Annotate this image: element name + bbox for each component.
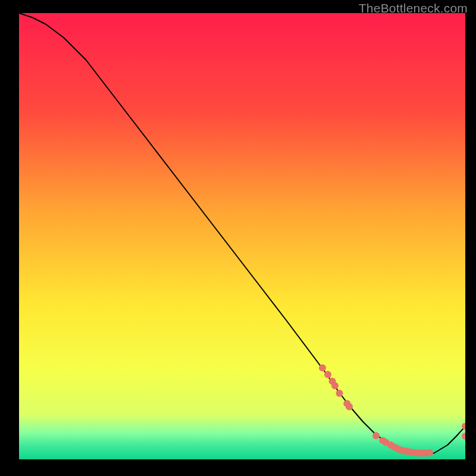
data-point bbox=[336, 390, 343, 397]
data-point bbox=[346, 403, 353, 411]
chart-frame: TheBottleneck.com bbox=[0, 0, 476, 476]
data-point bbox=[331, 382, 339, 389]
chart-svg bbox=[19, 13, 465, 459]
data-point bbox=[372, 432, 380, 439]
data-point bbox=[324, 371, 331, 378]
plot-area bbox=[19, 13, 465, 459]
gradient-background bbox=[19, 13, 465, 459]
data-point bbox=[426, 449, 433, 456]
data-point bbox=[319, 364, 326, 371]
